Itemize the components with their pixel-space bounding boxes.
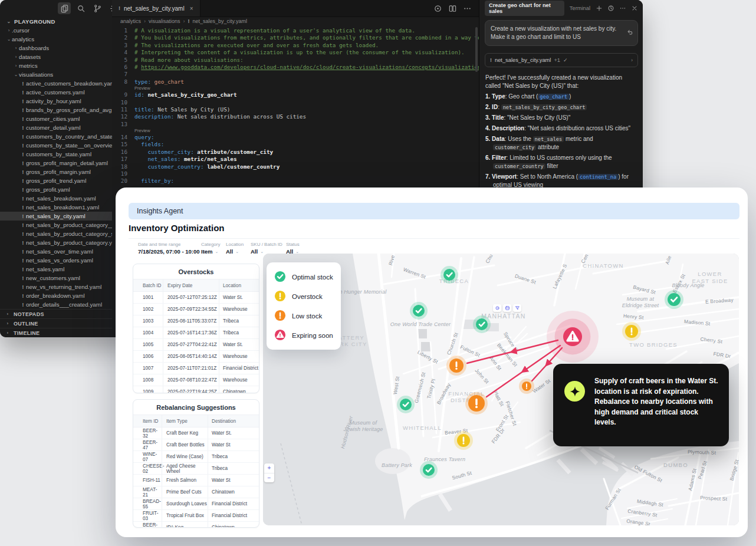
close-icon[interactable]: × bbox=[190, 5, 193, 12]
line-number: 17 bbox=[112, 156, 134, 163]
history-icon[interactable] bbox=[607, 5, 614, 12]
more-icon[interactable] bbox=[463, 4, 472, 13]
zoom-out-button[interactable]: − bbox=[264, 473, 274, 483]
filter-status[interactable]: StatusAll⌄ bbox=[286, 242, 300, 255]
map-marker-low[interactable] bbox=[446, 356, 466, 376]
sidebar-file-activity-by-hour-yaml[interactable]: !activity_by_hour.yaml bbox=[0, 97, 112, 106]
sidebar-file-net-sales-breakdown1-yaml[interactable]: !net_sales_breakdown1.yaml bbox=[0, 203, 112, 212]
inline-code: net_sales_by_city_geo_chart bbox=[501, 104, 587, 110]
map-marker-optimal[interactable] bbox=[473, 315, 491, 333]
activity-button-branch[interactable] bbox=[91, 2, 104, 14]
sidebar-file-net-sales-vs-orders-yaml[interactable]: !net_sales_vs_orders.yaml bbox=[0, 256, 112, 265]
map-chip-filter[interactable] bbox=[513, 304, 521, 312]
chevron-down-icon: ⌄ bbox=[235, 249, 239, 254]
map-marker-overstock[interactable] bbox=[454, 431, 473, 450]
sidebar-folder-datasets[interactable]: ›datasets bbox=[0, 52, 112, 61]
sidebar-file-active-customers-breakdown-yaml[interactable]: !active_customers_breakdown.yaml bbox=[0, 79, 112, 88]
code-lens-preview[interactable]: Preview bbox=[112, 128, 479, 134]
yaml-icon: ! bbox=[20, 116, 26, 122]
editor-scrollbar[interactable] bbox=[475, 27, 478, 72]
map-marker-low[interactable] bbox=[519, 379, 534, 394]
map-marker-expiring[interactable] bbox=[547, 311, 599, 363]
explorer-root[interactable]: ⌄ PLAYGROUND bbox=[0, 17, 112, 26]
sidebar-file-gross-profit-trend-yaml[interactable]: !gross_profit_trend.yaml bbox=[0, 176, 112, 185]
sidebar-file-net-sales-by-product-category-s-[interactable]: !net_sales_by_product_category_s… bbox=[0, 229, 112, 238]
breadcrumb-file[interactable]: net_sales_by_city.yaml bbox=[193, 18, 247, 24]
map-chip-layers[interactable] bbox=[503, 304, 511, 312]
table-row: 10062025-08-05T14:40:14ZWarehouse bbox=[133, 351, 259, 363]
filter-location[interactable]: LocationAll⌄ bbox=[226, 242, 244, 255]
sidebar-file-customer-cities-yaml[interactable]: !customer_cities.yaml bbox=[0, 114, 112, 123]
chat-tab-terminal[interactable]: Terminal bbox=[570, 5, 590, 11]
item-label: customer_detail.yaml bbox=[26, 124, 81, 131]
sidebar-file-gross-profit-yaml[interactable]: !gross_profit.yaml bbox=[0, 185, 112, 194]
sidebar-file-net-sales-breakdown-yaml[interactable]: !net_sales_breakdown.yaml bbox=[0, 194, 112, 203]
sidebar-file-gross-profit-margin-detail-yaml[interactable]: !gross_profit_margin_detail.yaml bbox=[0, 159, 112, 167]
sidebar-folder-metrics[interactable]: ›metrics bbox=[0, 61, 112, 70]
changed-file-chip[interactable]: ! net_sales_by_city.yaml +1 ✓ › bbox=[485, 53, 638, 67]
item-label: metrics bbox=[19, 63, 38, 69]
filter-sku-batch-id[interactable]: SKU / Batch IDAll⌄ bbox=[251, 242, 282, 255]
filter-category[interactable]: CategoryItem⌄ bbox=[201, 242, 220, 255]
preview-icon[interactable] bbox=[433, 4, 442, 13]
map-chip-target[interactable] bbox=[493, 304, 501, 312]
map-marker-optimal[interactable] bbox=[441, 266, 458, 284]
map-marker-overstock[interactable] bbox=[622, 322, 641, 341]
sidebar-folder-visualisations[interactable]: ⌄visualisations bbox=[0, 70, 112, 79]
chat-tab-active[interactable]: Create geo chart for net sales bbox=[485, 1, 564, 16]
map-marker-optimal[interactable] bbox=[410, 302, 428, 320]
sidebar-file-new-vs-returning-trend-yaml[interactable]: !new_vs_returning_trend.yaml bbox=[0, 282, 112, 291]
activity-button-files[interactable] bbox=[58, 2, 71, 14]
sidebar-file-net-sales-by-product-category-y-[interactable]: !net_sales_by_product_category.y… bbox=[0, 238, 112, 247]
sidebar-file-net-sales-over-time-yaml[interactable]: !net_sales_over_time.yaml bbox=[0, 247, 112, 256]
undo-icon[interactable] bbox=[626, 28, 633, 35]
sidebar-file-net-sales-by-product-category-[interactable]: !net_sales_by_product_category__… bbox=[0, 221, 112, 229]
more-icon[interactable] bbox=[619, 5, 626, 12]
sidebar-file-gross-profit-margin-yaml[interactable]: !gross_profit_margin.yaml bbox=[0, 167, 112, 176]
sidebar-section-outline[interactable]: ›OUTLINE bbox=[0, 318, 112, 328]
sidebar-file-net-sales-yaml[interactable]: !net_sales.yaml bbox=[0, 265, 112, 274]
sidebar-file-net-sales-by-city-yaml[interactable]: !net_sales_by_city.yaml bbox=[0, 212, 112, 221]
table-cell: Chinatown bbox=[219, 386, 259, 393]
map-marker-optimal[interactable] bbox=[665, 290, 683, 309]
filter-value: All⌄ bbox=[226, 248, 244, 255]
sidebar-folder--cursor[interactable]: ›.cursor bbox=[0, 26, 112, 35]
sidebar-file-brands-by-gross-profit-and-avg-[interactable]: !brands_by_gross_profit_and_avg… bbox=[0, 106, 112, 114]
close-icon[interactable] bbox=[631, 5, 638, 12]
sidebar-section-timeline[interactable]: ›TIMELINE bbox=[0, 328, 112, 337]
column-header: Expiry Date bbox=[163, 279, 219, 291]
breadcrumb-folder[interactable]: visualisations bbox=[149, 18, 180, 24]
editor-tab-net-sales-by-city[interactable]: ! net_sales_by_city.yaml × bbox=[112, 0, 200, 17]
split-icon[interactable] bbox=[448, 4, 457, 13]
table-cell: 1007 bbox=[133, 366, 163, 371]
map-marker-low[interactable] bbox=[465, 392, 488, 415]
sidebar-folder-analytics[interactable]: ⌄analytics bbox=[0, 35, 112, 44]
code-lens-preview[interactable]: Preview bbox=[112, 85, 479, 91]
inline-code-link[interactable]: geo_chart bbox=[538, 94, 569, 100]
zoom-in-button[interactable]: + bbox=[264, 463, 274, 473]
yaml-icon: ! bbox=[20, 249, 26, 255]
sidebar-file-customers-by-country-and-state-[interactable]: !customers_by_country_and_state… bbox=[0, 132, 112, 141]
table-cell: 2025-08-11T05:33:07Z bbox=[163, 315, 219, 327]
inline-code-link[interactable]: continent_na bbox=[578, 174, 618, 180]
line-number: 15 bbox=[112, 141, 134, 148]
sidebar-folder-dashboards[interactable]: ›dashboards bbox=[0, 44, 112, 52]
breadcrumb-folder[interactable]: analytics bbox=[120, 18, 141, 24]
sidebar-section-notepads[interactable]: ›NOTEPADS bbox=[0, 309, 112, 318]
sidebar-file-order-breakdown-yaml[interactable]: !order_breakdown.yaml bbox=[0, 291, 112, 300]
sidebar-file-active-customers-yaml[interactable]: !active_customers.yaml bbox=[0, 88, 112, 97]
map-marker-optimal[interactable] bbox=[397, 396, 415, 413]
filter-date-and-time-range[interactable]: Date and time range7/18/2025, 07:00 - 10… bbox=[138, 242, 205, 255]
sidebar-file-customers-by-state-yaml[interactable]: !customers_by_state.yaml bbox=[0, 150, 112, 159]
editor-tabstrip: ! net_sales_by_city.yaml × bbox=[112, 0, 479, 17]
sidebar-file-new-customers-yaml[interactable]: !new_customers.yaml bbox=[0, 274, 112, 282]
plus-icon[interactable] bbox=[596, 5, 603, 12]
sidebar-file-order-details-created-yaml[interactable]: !order_details___created.yaml bbox=[0, 300, 112, 309]
sidebar-file-customer-detail-yaml[interactable]: !customer_detail.yaml bbox=[0, 123, 112, 132]
table-cell: Craft Beer Keg bbox=[162, 427, 208, 439]
sidebar-file-customers-by-state-on-overvie-[interactable]: !customers_by_state__on_overvie… bbox=[0, 141, 112, 150]
map-marker-optimal[interactable] bbox=[420, 461, 438, 479]
activity-button-search[interactable] bbox=[74, 2, 87, 14]
legend-label: Overstock bbox=[292, 293, 323, 300]
yaml-icon: ! bbox=[188, 18, 190, 24]
